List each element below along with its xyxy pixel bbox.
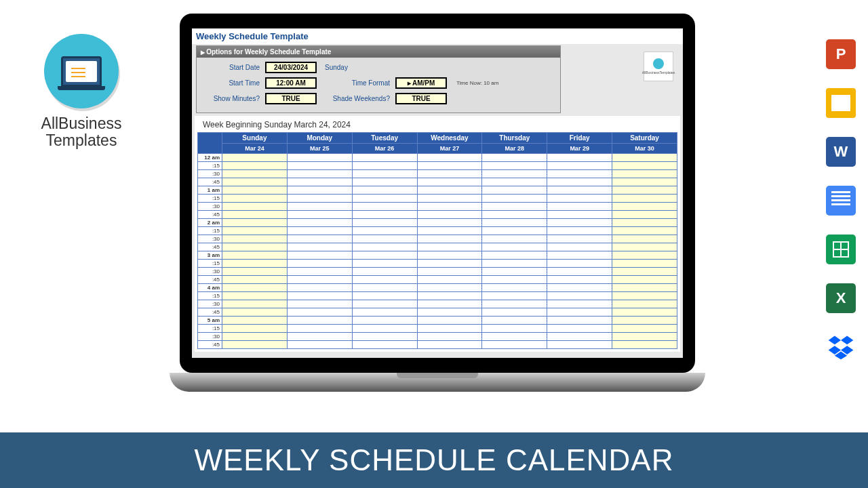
calendar-cell[interactable] xyxy=(482,195,547,203)
calendar-cell[interactable] xyxy=(482,243,547,251)
calendar-cell[interactable] xyxy=(547,325,612,333)
calendar-cell[interactable] xyxy=(612,227,677,235)
calendar-cell[interactable] xyxy=(547,300,612,308)
calendar-cell[interactable] xyxy=(222,300,288,308)
calendar-cell[interactable] xyxy=(352,235,417,243)
calendar-cell[interactable] xyxy=(547,268,612,276)
calendar-cell[interactable] xyxy=(417,276,482,284)
calendar-cell[interactable] xyxy=(287,154,352,162)
calendar-cell[interactable] xyxy=(417,211,482,219)
calendar-cell[interactable] xyxy=(547,195,612,203)
calendar-cell[interactable] xyxy=(612,162,677,170)
calendar-cell[interactable] xyxy=(547,211,612,219)
calendar-cell[interactable] xyxy=(417,325,482,333)
calendar-cell[interactable] xyxy=(222,325,288,333)
calendar-cell[interactable] xyxy=(222,154,288,162)
calendar-cell[interactable] xyxy=(417,292,482,300)
calendar-cell[interactable] xyxy=(612,276,677,284)
calendar-cell[interactable] xyxy=(287,341,352,349)
calendar-cell[interactable] xyxy=(287,317,352,325)
calendar-cell[interactable] xyxy=(352,195,417,203)
calendar-cell[interactable] xyxy=(352,260,417,268)
calendar-cell[interactable] xyxy=(612,235,677,243)
calendar-cell[interactable] xyxy=(222,219,288,227)
calendar-cell[interactable] xyxy=(482,317,547,325)
calendar-cell[interactable] xyxy=(547,154,612,162)
calendar-cell[interactable] xyxy=(352,211,417,219)
show-minutes-field[interactable]: TRUE xyxy=(265,93,317,104)
calendar-cell[interactable] xyxy=(222,203,288,211)
calendar-cell[interactable] xyxy=(222,211,288,219)
shade-weekends-field[interactable]: TRUE xyxy=(395,93,447,104)
calendar-cell[interactable] xyxy=(612,308,677,317)
calendar-cell[interactable] xyxy=(222,260,288,268)
calendar-cell[interactable] xyxy=(482,154,547,162)
calendar-cell[interactable] xyxy=(352,227,417,235)
calendar-cell[interactable] xyxy=(352,203,417,211)
calendar-cell[interactable] xyxy=(352,317,417,325)
calendar-cell[interactable] xyxy=(352,284,417,292)
calendar-cell[interactable] xyxy=(547,276,612,284)
calendar-cell[interactable] xyxy=(547,251,612,260)
calendar-cell[interactable] xyxy=(547,170,612,178)
calendar-cell[interactable] xyxy=(287,292,352,300)
calendar-cell[interactable] xyxy=(417,284,482,292)
calendar-cell[interactable] xyxy=(287,178,352,186)
calendar-cell[interactable] xyxy=(417,178,482,186)
calendar-cell[interactable] xyxy=(547,227,612,235)
calendar-cell[interactable] xyxy=(222,227,288,235)
calendar-cell[interactable] xyxy=(222,292,288,300)
options-panel-header[interactable]: Options for Weekly Schedule Template xyxy=(197,46,560,58)
calendar-cell[interactable] xyxy=(547,243,612,251)
calendar-cell[interactable] xyxy=(482,211,547,219)
calendar-cell[interactable] xyxy=(547,178,612,186)
calendar-cell[interactable] xyxy=(612,260,677,268)
calendar-cell[interactable] xyxy=(482,276,547,284)
calendar-cell[interactable] xyxy=(352,170,417,178)
calendar-cell[interactable] xyxy=(482,308,547,317)
calendar-cell[interactable] xyxy=(612,243,677,251)
calendar-cell[interactable] xyxy=(352,308,417,317)
calendar-cell[interactable] xyxy=(287,235,352,243)
calendar-cell[interactable] xyxy=(482,325,547,333)
calendar-cell[interactable] xyxy=(482,251,547,260)
calendar-cell[interactable] xyxy=(417,203,482,211)
calendar-cell[interactable] xyxy=(222,308,288,317)
calendar-cell[interactable] xyxy=(352,276,417,284)
calendar-cell[interactable] xyxy=(482,162,547,170)
calendar-cell[interactable] xyxy=(222,333,288,341)
calendar-cell[interactable] xyxy=(417,195,482,203)
calendar-cell[interactable] xyxy=(417,300,482,308)
calendar-cell[interactable] xyxy=(352,162,417,170)
calendar-cell[interactable] xyxy=(352,333,417,341)
calendar-cell[interactable] xyxy=(547,308,612,317)
calendar-cell[interactable] xyxy=(612,251,677,260)
calendar-cell[interactable] xyxy=(482,235,547,243)
calendar-cell[interactable] xyxy=(547,292,612,300)
calendar-cell[interactable] xyxy=(287,333,352,341)
calendar-cell[interactable] xyxy=(417,260,482,268)
calendar-cell[interactable] xyxy=(417,317,482,325)
calendar-cell[interactable] xyxy=(482,268,547,276)
calendar-cell[interactable] xyxy=(287,284,352,292)
calendar-cell[interactable] xyxy=(417,268,482,276)
calendar-cell[interactable] xyxy=(482,186,547,195)
calendar-cell[interactable] xyxy=(612,154,677,162)
start-date-field[interactable]: 24/03/2024 xyxy=(265,62,317,73)
calendar-cell[interactable] xyxy=(417,341,482,349)
calendar-cell[interactable] xyxy=(612,195,677,203)
calendar-cell[interactable] xyxy=(287,195,352,203)
calendar-cell[interactable] xyxy=(482,333,547,341)
calendar-cell[interactable] xyxy=(482,170,547,178)
calendar-cell[interactable] xyxy=(612,203,677,211)
calendar-cell[interactable] xyxy=(547,341,612,349)
calendar-cell[interactable] xyxy=(417,227,482,235)
calendar-cell[interactable] xyxy=(287,243,352,251)
calendar-cell[interactable] xyxy=(352,219,417,227)
calendar-cell[interactable] xyxy=(417,219,482,227)
calendar-cell[interactable] xyxy=(352,243,417,251)
calendar-cell[interactable] xyxy=(352,300,417,308)
calendar-cell[interactable] xyxy=(222,162,288,170)
calendar-cell[interactable] xyxy=(222,251,288,260)
calendar-cell[interactable] xyxy=(547,317,612,325)
